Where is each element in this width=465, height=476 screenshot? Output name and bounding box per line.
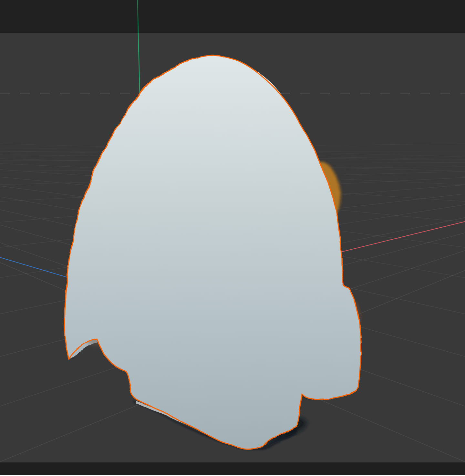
header-bar [0, 0, 465, 33]
footer-bar [0, 462, 465, 475]
viewport-canvas[interactable] [0, 0, 465, 476]
3d-viewport-window [0, 0, 465, 476]
